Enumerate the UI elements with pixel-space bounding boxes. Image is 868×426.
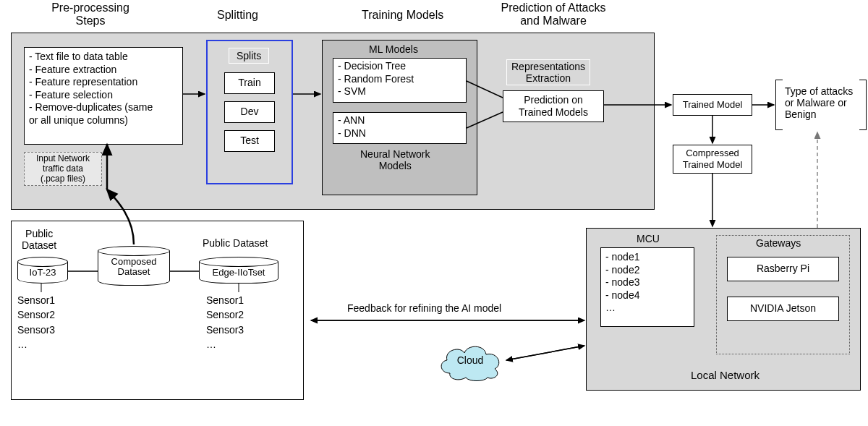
output-text: Type of attacks or Malware or Benign bbox=[785, 85, 853, 120]
composed-cyl: Composed Dataset bbox=[98, 246, 170, 286]
mcu-title: MCU bbox=[637, 233, 660, 244]
stage-splitting: Splitting bbox=[217, 9, 258, 22]
feedback-label: Feedback for refining the AI model bbox=[347, 302, 501, 314]
sensors-right: Sensor1 Sensor2 Sensor3 … bbox=[206, 293, 244, 352]
trained-model-box: Trained Model bbox=[673, 94, 752, 116]
mcu-list: - node1 - node2 - node3 - node4 … bbox=[600, 247, 694, 327]
stage-preprocessing: Pre-processing Steps bbox=[43, 1, 137, 28]
public-dataset-right-label: Public Dataset bbox=[203, 237, 268, 249]
jetson-box: NVIDIA Jetson bbox=[727, 297, 839, 321]
nn-models-title: Neural Network Models bbox=[360, 148, 430, 171]
prediction-box: Prediction on Trained Models bbox=[503, 90, 604, 122]
output-bracket-right bbox=[859, 80, 867, 130]
ml-models-list: - Decision Tree - Random Forest - SVM bbox=[333, 58, 467, 103]
nn-models-list: - ANN - DNN bbox=[333, 112, 467, 144]
split-dev: Dev bbox=[224, 101, 275, 123]
svg-line-16 bbox=[506, 346, 584, 360]
cloud-shape: Cloud bbox=[434, 340, 506, 382]
iot23-cyl: IoT-23 bbox=[17, 257, 68, 284]
raspberry-pi-box: Rasberry Pi bbox=[727, 257, 839, 281]
svg-line-17 bbox=[506, 346, 584, 360]
gateways-title: Gateways bbox=[756, 237, 801, 249]
stage-prediction: Prediction of Attacks and Malware bbox=[492, 1, 615, 28]
sensors-left: Sensor1 Sensor2 Sensor3 … bbox=[17, 293, 55, 352]
composed-label: Composed Dataset bbox=[98, 251, 170, 286]
output-bracket-left bbox=[775, 80, 783, 130]
cloud-label: Cloud bbox=[434, 354, 506, 366]
split-train: Train bbox=[224, 72, 275, 94]
gateways-panel bbox=[716, 235, 850, 354]
diagram-canvas: Pre-processing Steps Splitting Training … bbox=[0, 0, 868, 426]
stage-training: Training Models bbox=[362, 9, 443, 22]
rep-extraction-title: Representations Extraction bbox=[506, 59, 590, 85]
compressed-model-box: Compressed Trained Model bbox=[673, 145, 752, 174]
splits-title: Splits bbox=[229, 48, 269, 64]
preprocessing-box: - Text file to data table - Feature extr… bbox=[24, 47, 183, 145]
local-network-title: Local Network bbox=[691, 369, 760, 381]
public-dataset-left-label: Public Dataset bbox=[22, 228, 56, 251]
edge-cyl: Edge-IIoTset bbox=[199, 257, 278, 284]
split-test: Test bbox=[224, 130, 275, 152]
ml-models-title: ML Models bbox=[369, 43, 418, 55]
input-note: Input Network traffic data (.pcap files) bbox=[24, 152, 102, 186]
